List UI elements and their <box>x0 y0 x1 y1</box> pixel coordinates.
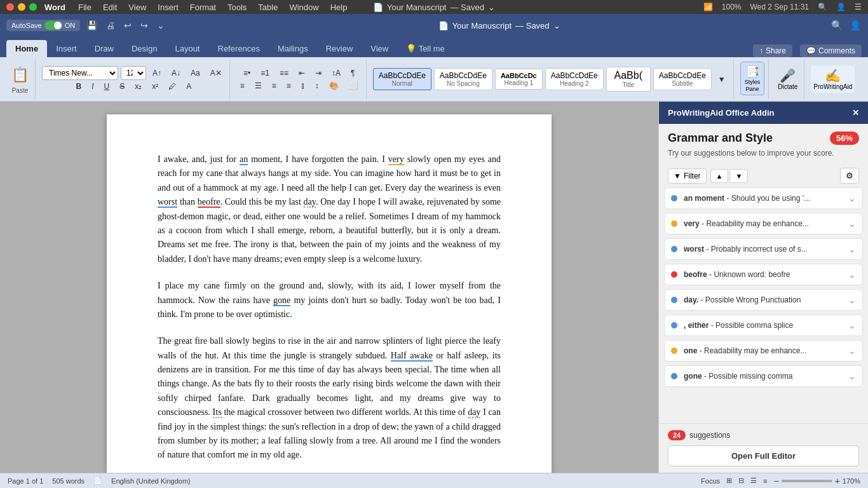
undo-icon[interactable]: ↩ <box>121 19 134 32</box>
style-normal[interactable]: AaBbCcDdEe Normal <box>373 68 431 90</box>
tab-view[interactable]: View <box>362 40 397 57</box>
more-qa-icon[interactable]: ⌄ <box>154 19 167 32</box>
arrow-up-button[interactable]: ▲ <box>710 169 729 183</box>
tab-layout[interactable]: Layout <box>166 40 208 57</box>
tab-tell-me[interactable]: 💡 Tell me <box>397 40 454 57</box>
dictate-button[interactable]: 🎤 Dictate <box>775 65 800 93</box>
style-heading1[interactable]: AaBbCcDc Heading 1 <box>495 69 543 90</box>
print-icon[interactable]: 🖨 <box>104 19 118 32</box>
menu-format[interactable]: Format <box>190 3 216 12</box>
superscript-button[interactable]: x² <box>148 80 162 93</box>
underline-button[interactable]: U <box>100 80 114 93</box>
settings-button[interactable]: ⚙ <box>840 168 859 184</box>
justify-button[interactable]: ≡ <box>283 79 295 92</box>
account-icon[interactable]: 👤 <box>850 20 862 31</box>
tab-review[interactable]: Review <box>317 40 362 57</box>
document-page[interactable]: I awake, and, just for an moment, I have… <box>107 114 552 473</box>
user-icon[interactable]: 👤 <box>836 3 846 11</box>
autosave-control[interactable]: AutoSave ON <box>6 20 80 31</box>
font-name-selector[interactable]: Times New... <box>42 66 118 80</box>
sort-button[interactable]: ↕A <box>328 67 344 79</box>
font-size-decrease[interactable]: A↓ <box>168 67 184 79</box>
suggestion-item-4[interactable]: day. - Possible Wrong Punctuation ⌄ <box>664 289 863 311</box>
borders-button[interactable]: ⬜ <box>345 79 362 92</box>
italic-button[interactable]: I <box>88 80 97 93</box>
shading-button[interactable]: 🎨 <box>325 79 342 92</box>
tab-insert[interactable]: Insert <box>47 40 86 57</box>
tab-draw[interactable]: Draw <box>86 40 123 57</box>
tab-references[interactable]: References <box>209 40 269 57</box>
suggestion-item-1[interactable]: very - Readability may be enhance... ⌄ <box>664 213 863 234</box>
tab-mailings[interactable]: Mailings <box>269 40 317 57</box>
suggestion-item-2[interactable]: worst - Probably incorrect use of s... ⌄ <box>664 238 863 260</box>
menu-icon[interactable]: ☰ <box>855 3 862 11</box>
search-icon[interactable]: 🔍 <box>818 3 827 11</box>
view-icon-4[interactable]: ≡ <box>763 477 767 485</box>
font-size-selector[interactable]: 12 <box>121 66 146 80</box>
show-formatting-button[interactable]: ¶ <box>347 67 358 79</box>
decrease-indent-button[interactable]: ⇤ <box>295 67 309 79</box>
subscript-button[interactable]: x₂ <box>131 80 146 93</box>
suggestion-item-6[interactable]: one - Readability may be enhance... ⌄ <box>664 340 863 362</box>
zoom-in-button[interactable]: + <box>835 476 840 486</box>
focus-button[interactable]: Focus <box>701 477 720 485</box>
zoom-slider[interactable] <box>782 480 832 482</box>
style-title[interactable]: AaBb( Title <box>606 67 651 92</box>
align-right-button[interactable]: ≡ <box>268 79 280 92</box>
view-icon-3[interactable]: ☰ <box>750 477 757 485</box>
style-no-spacing[interactable]: AaBbCcDdEe No Spacing <box>434 68 492 90</box>
open-full-editor-button[interactable]: Open Full Editor <box>668 445 859 466</box>
font-color-button[interactable]: A <box>182 80 195 93</box>
multilevel-list-button[interactable]: ≡≡ <box>276 67 292 79</box>
more-styles-button[interactable]: ▼ <box>714 73 729 86</box>
bullets-button[interactable]: ≡• <box>240 67 254 79</box>
menu-insert[interactable]: Insert <box>158 3 179 12</box>
search-btn[interactable]: 🔍 <box>831 20 843 31</box>
tab-design[interactable]: Design <box>123 40 166 57</box>
doc-layout-icon[interactable]: 📄 <box>93 477 102 485</box>
bold-button[interactable]: B <box>72 80 86 93</box>
language-indicator[interactable]: English (United Kingdom) <box>111 477 191 485</box>
filter-button[interactable]: ▼ Filter <box>668 168 707 184</box>
prowriting-button[interactable]: ✍️ ProWritingAid <box>811 65 855 93</box>
share-button[interactable]: ↑ Share <box>753 44 792 57</box>
minimize-button[interactable] <box>18 3 25 11</box>
document-area[interactable]: I awake, and, just for an moment, I have… <box>0 102 658 473</box>
save-icon[interactable]: 💾 <box>84 19 100 32</box>
window-controls[interactable] <box>6 3 37 11</box>
columns-button[interactable]: ⫿ <box>297 79 309 92</box>
suggestion-item-3[interactable]: beofre - Unknown word: beofre ⌄ <box>664 264 863 285</box>
zoom-out-button[interactable]: − <box>773 476 778 486</box>
tab-home[interactable]: Home <box>6 40 47 57</box>
maximize-button[interactable] <box>29 3 37 11</box>
redo-icon[interactable]: ↪ <box>138 19 151 32</box>
menu-file[interactable]: File <box>78 3 92 12</box>
menu-window[interactable]: Window <box>289 3 318 12</box>
styles-pane-button[interactable]: 📑 StylesPane <box>740 62 765 96</box>
align-left-button[interactable]: ≡ <box>236 79 248 92</box>
clear-formatting-btn[interactable]: A✕ <box>207 67 226 79</box>
autosave-toggle[interactable] <box>44 21 62 30</box>
panel-close-button[interactable]: ✕ <box>852 108 859 118</box>
style-heading2[interactable]: AaBbCcDdEe Heading 2 <box>545 68 604 90</box>
style-subtitle[interactable]: AaBbCcDdEe Subtitle <box>653 68 712 90</box>
paragraph-2[interactable]: I place my cane firmly on the ground and… <box>158 279 501 322</box>
menu-edit[interactable]: Edit <box>103 3 117 12</box>
view-icon-2[interactable]: ⊟ <box>738 477 744 485</box>
menu-tools[interactable]: Tools <box>227 3 247 12</box>
highlight-button[interactable]: 🖊 <box>165 80 180 93</box>
align-center-button[interactable]: ☰ <box>251 79 266 92</box>
view-icon-1[interactable]: ⊞ <box>726 477 732 485</box>
numbering-button[interactable]: ≡1 <box>257 67 273 79</box>
suggestion-item-0[interactable]: an moment - Should you be using '... ⌄ <box>664 187 863 209</box>
increase-indent-button[interactable]: ⇥ <box>311 67 325 79</box>
suggestion-item-5[interactable]: , either - Possible comma splice ⌄ <box>664 315 863 336</box>
arrow-down-button[interactable]: ▼ <box>729 169 748 183</box>
paragraph-1[interactable]: I awake, and, just for an moment, I have… <box>158 152 501 266</box>
comments-button[interactable]: 💬 Comments <box>800 44 862 57</box>
paragraph-3[interactable]: The great fire ball slowly begins to ris… <box>158 334 501 463</box>
suggestion-item-7[interactable]: gone - Possible missing comma ⌄ <box>664 365 863 387</box>
close-button[interactable] <box>6 3 14 11</box>
line-spacing-button[interactable]: ↕ <box>311 79 323 92</box>
menu-help[interactable]: Help <box>330 3 348 12</box>
